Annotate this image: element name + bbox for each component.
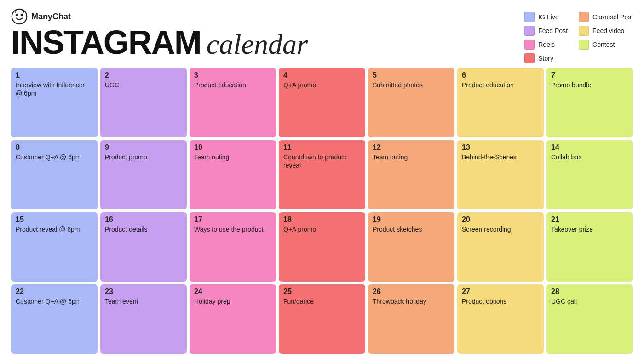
calendar-cell-day-7: 7Promo bundle xyxy=(546,68,633,137)
calendar-cell-day-25: 25Fun/dance xyxy=(279,284,365,354)
calendar-cell-day-15: 15Product reveal @ 6pm xyxy=(11,212,98,282)
cell-day-number: 26 xyxy=(373,288,450,295)
logo-text: ManyChat xyxy=(31,12,71,22)
title-row: INSTAGRAM calendar xyxy=(11,26,308,59)
cell-day-number: 5 xyxy=(373,72,450,79)
legend-label-carousel: Carousel Post xyxy=(592,13,633,21)
cell-event-text: Q+A promo xyxy=(283,225,361,233)
cell-event-text: Q+A promo xyxy=(283,81,361,89)
calendar-cell-day-14: 14Collab box xyxy=(546,140,633,209)
calendar-cell-day-19: 19Product sketches xyxy=(368,212,454,282)
cell-event-text: Fun/dance xyxy=(283,297,361,305)
cell-event-text: Ways to use the product xyxy=(194,225,271,233)
cell-event-text: Product education xyxy=(462,81,539,89)
cell-day-number: 16 xyxy=(105,216,182,223)
page: ManyChat INSTAGRAM calendar IG LiveCarou… xyxy=(0,0,644,362)
cell-day-number: 28 xyxy=(551,288,628,295)
cell-day-number: 21 xyxy=(551,216,628,223)
cell-event-text: Countdown to product reveal xyxy=(283,153,361,170)
cell-day-number: 19 xyxy=(373,216,450,223)
calendar-cell-day-24: 24Holiday prep xyxy=(190,284,276,354)
calendar-cell-day-3: 3Product education xyxy=(190,68,276,137)
svg-point-2 xyxy=(21,14,23,16)
calendar-cell-day-26: 26Throwback holiday xyxy=(368,284,454,354)
legend-label-feed-video: Feed video xyxy=(592,27,624,34)
cell-event-text: Throwback holiday xyxy=(373,297,450,305)
cell-event-text: Product options xyxy=(462,297,539,305)
cell-day-number: 22 xyxy=(16,288,93,295)
title-calendar: calendar xyxy=(207,30,308,58)
calendar-cell-day-28: 28UGC call xyxy=(546,284,633,354)
calendar-cell-day-22: 22Customer Q+A @ 6pm xyxy=(11,284,98,354)
cell-event-text: Collab box xyxy=(551,153,628,161)
legend-swatch-contest xyxy=(579,40,589,50)
legend-swatch-story xyxy=(524,53,535,63)
manychat-logo-icon xyxy=(11,8,28,25)
legend-label-story: Story xyxy=(538,55,553,62)
legend-item-reels: Reels xyxy=(524,40,568,50)
calendar-cell-day-10: 10Team outing xyxy=(190,140,276,209)
calendar-cell-day-2: 2UGC xyxy=(100,68,187,137)
header-left: ManyChat INSTAGRAM calendar xyxy=(11,8,308,59)
calendar-cell-day-9: 9Product promo xyxy=(100,140,187,209)
legend-label-feed-post: Feed Post xyxy=(538,27,568,34)
header: ManyChat INSTAGRAM calendar IG LiveCarou… xyxy=(11,8,633,63)
cell-day-number: 8 xyxy=(16,144,93,151)
legend-item-story: Story xyxy=(524,53,568,63)
calendar-cell-day-16: 16Product details xyxy=(100,212,187,282)
cell-event-text: UGC call xyxy=(551,297,628,305)
svg-point-1 xyxy=(16,14,18,16)
calendar-cell-day-21: 21Takeover prize xyxy=(546,212,633,282)
calendar-cell-day-12: 12Team outing xyxy=(368,140,454,209)
cell-day-number: 14 xyxy=(551,144,628,151)
calendar-cell-day-11: 11Countdown to product reveal xyxy=(279,140,365,209)
cell-event-text: Team event xyxy=(105,297,182,305)
legend-item-feed-post: Feed Post xyxy=(524,26,568,36)
calendar-cell-day-4: 4Q+A promo xyxy=(279,68,365,137)
logo-row: ManyChat xyxy=(11,8,308,25)
legend-label-contest: Contest xyxy=(592,41,615,48)
legend-swatch-feed-video xyxy=(579,26,589,36)
legend-swatch-ig-live xyxy=(524,12,535,22)
cell-day-number: 4 xyxy=(283,72,361,79)
cell-day-number: 1 xyxy=(16,72,93,79)
cell-event-text: Submitted photos xyxy=(373,81,450,89)
calendar-cell-day-20: 20Screen recording xyxy=(457,212,544,282)
legend-swatch-carousel xyxy=(579,12,589,22)
cell-event-text: Interview with Influencer @ 6pm xyxy=(16,81,93,97)
cell-event-text: Product sketches xyxy=(373,225,450,233)
cell-event-text: Screen recording xyxy=(462,225,539,233)
cell-event-text: Team outing xyxy=(194,153,271,161)
cell-event-text: UGC xyxy=(105,81,182,89)
cell-event-text: Promo bundle xyxy=(551,81,628,89)
cell-event-text: Holiday prep xyxy=(194,297,271,305)
cell-day-number: 3 xyxy=(194,72,271,79)
cell-event-text: Product details xyxy=(105,225,182,233)
cell-event-text: Customer Q+A @ 6pm xyxy=(16,153,93,161)
calendar-grid: 1Interview with Influencer @ 6pm2UGC3Pro… xyxy=(11,68,633,354)
cell-day-number: 11 xyxy=(283,144,361,151)
calendar-cell-day-13: 13Behind-the-Scenes xyxy=(457,140,544,209)
legend: IG LiveCarousel PostFeed PostFeed videoR… xyxy=(524,8,633,63)
cell-day-number: 27 xyxy=(462,288,539,295)
cell-event-text: Product reveal @ 6pm xyxy=(16,225,93,233)
calendar-cell-day-8: 8Customer Q+A @ 6pm xyxy=(11,140,98,209)
cell-event-text: Behind-the-Scenes xyxy=(462,153,539,161)
legend-item-ig-live: IG Live xyxy=(524,12,568,22)
calendar-cell-day-18: 18Q+A promo xyxy=(279,212,365,282)
legend-item-contest: Contest xyxy=(579,40,633,50)
cell-day-number: 23 xyxy=(105,288,182,295)
cell-event-text: Customer Q+A @ 6pm xyxy=(16,297,93,305)
legend-label-ig-live: IG Live xyxy=(538,13,558,21)
svg-point-0 xyxy=(12,9,27,24)
cell-event-text: Product promo xyxy=(105,153,182,161)
cell-day-number: 10 xyxy=(194,144,271,151)
cell-day-number: 13 xyxy=(462,144,539,151)
cell-day-number: 9 xyxy=(105,144,182,151)
cell-day-number: 20 xyxy=(462,216,539,223)
legend-swatch-reels xyxy=(524,40,535,50)
calendar-cell-day-6: 6Product education xyxy=(457,68,544,137)
cell-day-number: 25 xyxy=(283,288,361,295)
legend-label-reels: Reels xyxy=(538,41,555,48)
calendar-cell-day-5: 5Submitted photos xyxy=(368,68,454,137)
